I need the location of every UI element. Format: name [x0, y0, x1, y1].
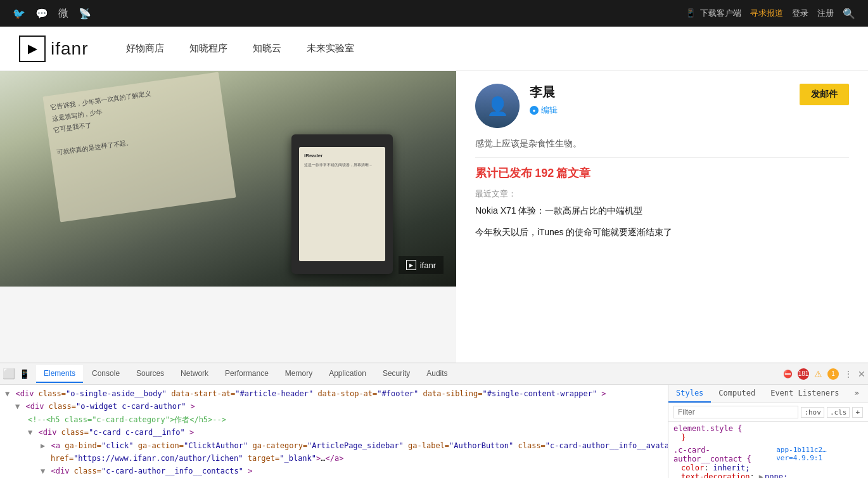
styles-tabs: Styles Computed Event Listeners » [668, 385, 868, 403]
watermark-icon: ▶ [406, 260, 416, 270]
top-nav: 🐦 💬 微 📡 📱 下载客户端 寻求报道 登录 注册 🔍 [0, 0, 868, 27]
style-prop-color: color: inherit; [673, 463, 863, 472]
tab-sources[interactable]: Sources [129, 365, 172, 383]
download-client-link[interactable]: 📱 下载客户端 [686, 8, 741, 19]
styles-tab-more[interactable]: » [847, 385, 867, 403]
main-nav: ▶ ifanr 好物商店 知晓程序 知晓云 未来实验室 [0, 27, 868, 71]
rss-icon[interactable]: 📡 [79, 8, 91, 20]
collapse-arrow[interactable]: ▶ [41, 441, 45, 450]
warning-count-badge: 1 [827, 368, 839, 380]
styles-tab-styles[interactable]: Styles [668, 385, 711, 403]
recent-article-label: 最近文章： [475, 188, 849, 200]
logo-box: ▶ [19, 36, 46, 62]
nav-link-cloud[interactable]: 知晓云 [253, 42, 281, 55]
weibo-icon[interactable]: 微 [58, 7, 68, 20]
recent-article-1[interactable]: Nokia X71 体验：一款高屏占比的中端机型 [475, 203, 849, 217]
tab-security[interactable]: Security [375, 365, 418, 383]
tab-application[interactable]: Application [321, 365, 374, 383]
article-count: 累计已发布 192 篇文章 [475, 165, 849, 181]
devtools-panel: ⬜ 📱 Elements Console Sources Network Per… [0, 363, 868, 478]
styles-content: element.style { } .c-card-author__contac… [668, 422, 868, 478]
weixin-icon[interactable]: 💬 [35, 8, 48, 20]
logo-icon: ▶ [28, 42, 37, 56]
filter-option-hov[interactable]: :hov [801, 407, 824, 418]
tab-memory[interactable]: Memory [278, 365, 320, 383]
style-source[interactable]: app-1b111c2…ver=4.9.9:1 [776, 446, 863, 463]
author-card: 👤 李晨 ● 编辑 发邮件 [475, 84, 849, 128]
sidebar: 👤 李晨 ● 编辑 发邮件 感觉上应该是杂食性生物。 累计已发布 192 篇文章… [456, 71, 868, 363]
collapse-arrow[interactable]: ▼ [41, 467, 45, 475]
nav-link-zhixiao[interactable]: 知晓程序 [189, 42, 227, 55]
style-rule-contact: .c-card-author__contact { app-1b111c2…ve… [673, 446, 863, 478]
divider [475, 157, 849, 158]
warning-icon: ⚠ [814, 369, 822, 379]
html-line: ▶ <a ga-bind="click" ga-action="ClicktAu… [0, 439, 668, 452]
author-bio: 感觉上应该是杂食性生物。 [475, 138, 849, 150]
styles-panel: Styles Computed Event Listeners » :hov .… [668, 385, 868, 478]
article-image-inner: 它告诉我，少年第一次真的了解定义 这是填写的，少年 它可是我不了 可就你真的是这… [0, 71, 456, 287]
html-line: ▼ <div class="c-card-author__info__conta… [0, 465, 668, 477]
error-circle-icon: ⛔ [783, 370, 793, 378]
article-image: 它告诉我，少年第一次真的了解定义 这是填写的，少年 它可是我不了 可就你真的是这… [0, 71, 456, 287]
style-property: } [673, 433, 863, 442]
filter-option-cls[interactable]: .cls [827, 407, 850, 418]
devtools-select-icon[interactable]: ⬜ [3, 368, 15, 380]
twitter-icon[interactable]: 🐦 [13, 8, 25, 20]
ereader-device: iReader 这是一款非常不错的阅读器，屏幕清晰... [291, 134, 393, 274]
tab-console[interactable]: Console [84, 365, 127, 383]
search-icon[interactable]: 🔍 [843, 8, 855, 20]
author-info: 李晨 ● 编辑 [530, 84, 789, 116]
devtools-responsive-icon[interactable]: 📱 [19, 369, 30, 379]
logo-area: ▶ ifanr [19, 36, 88, 62]
styles-filter: :hov .cls + [668, 403, 868, 422]
tab-elements[interactable]: Elements [36, 365, 83, 383]
edit-dot-icon: ● [530, 106, 539, 115]
devtools-body: ▼ <div class="o-single-aside__body" data… [0, 385, 868, 478]
tab-network[interactable]: Network [173, 365, 216, 383]
styles-tab-event-listeners[interactable]: Event Listeners [763, 385, 846, 403]
collapse-arrow[interactable]: ▼ [15, 402, 20, 411]
devtools-more-icon[interactable]: ⋮ [844, 369, 853, 379]
style-selector: element.style { [673, 424, 742, 433]
avatar: 👤 [475, 84, 520, 128]
author-edit[interactable]: ● 编辑 [530, 105, 789, 116]
error-count-badge: 181 [798, 368, 809, 380]
avatar-image: 👤 [475, 84, 520, 128]
html-line: ▼ <div class="o-widget c-card-author" > [0, 400, 668, 413]
html-line: ▼ <div class="c-card c-card__info" > [0, 426, 668, 439]
style-selector-contact: .c-card-author__contact { [673, 446, 776, 463]
collapse-arrow[interactable]: ▼ [28, 428, 32, 437]
recent-article-2[interactable]: 今年秋天以后，iTunes 的使命可能就要逐渐结束了 [475, 225, 849, 239]
devtools-close-icon[interactable]: ✕ [858, 369, 865, 379]
nav-link-shop[interactable]: 好物商店 [126, 42, 164, 55]
styles-filter-input[interactable] [673, 406, 798, 418]
html-line: ▼ <div class="o-single-aside__body" data… [0, 387, 668, 400]
style-rule-element: element.style { } [673, 424, 863, 442]
html-line: href="https://www.ifanr.com/author/liche… [0, 452, 668, 465]
tab-audits[interactable]: Audits [419, 365, 455, 383]
register-link[interactable]: 注册 [817, 8, 834, 19]
tab-performance[interactable]: Performance [217, 365, 276, 383]
watermark: ▶ ifanr [399, 256, 444, 274]
html-line: <!--<h5 class="c-card-category">作者</h5>-… [0, 413, 668, 426]
devtools-tab-bar: ⬜ 📱 Elements Console Sources Network Per… [0, 363, 868, 385]
login-link[interactable]: 登录 [792, 8, 808, 19]
filter-option-add[interactable]: + [852, 407, 863, 418]
collapse-arrow[interactable]: ▼ [5, 389, 10, 398]
nav-link-lab[interactable]: 未来实验室 [307, 42, 354, 55]
top-nav-right: 📱 下载客户端 寻求报道 登录 注册 🔍 [686, 8, 855, 20]
devtools-tab-icons: ⛔ 181 ⚠ 1 ⋮ ✕ [783, 368, 865, 380]
logo-text[interactable]: ifanr [51, 39, 88, 59]
top-nav-left: 🐦 💬 微 📡 [13, 7, 91, 20]
content-area: 它告诉我，少年第一次真的了解定义 这是填写的，少年 它可是我不了 可就你真的是这… [0, 71, 868, 363]
seek-report-link[interactable]: 寻求报道 [750, 8, 783, 19]
styles-tab-computed[interactable]: Computed [711, 385, 763, 403]
author-name: 李晨 [530, 84, 789, 101]
style-prop-text-decoration: text-decoration: ▶none; [673, 472, 863, 478]
email-button[interactable]: 发邮件 [800, 84, 849, 105]
html-panel: ▼ <div class="o-single-aside__body" data… [0, 385, 668, 478]
